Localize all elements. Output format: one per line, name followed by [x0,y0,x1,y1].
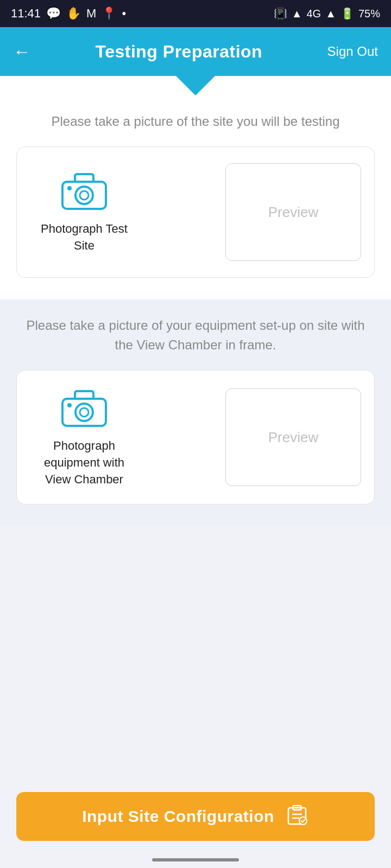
input-site-config-label: Input Site Configuration [82,807,274,826]
location-icon: 📍 [102,7,116,21]
section-photograph-equipment: Please take a picture of your equipment … [0,299,391,526]
clipboard-icon [285,802,309,831]
section-photograph-site: Please take a picture of the site you wi… [0,95,391,299]
preview-label-site: Preview [268,204,318,221]
mail-icon: M [86,7,96,21]
section2-instruction: Please take a picture of your equipment … [16,316,375,355]
photo-card-equipment: Photograph equipment with View Chamber P… [16,370,375,505]
chat-icon: 💬 [46,7,61,21]
svg-point-3 [67,186,72,190]
page-title: Testing Preparation [95,42,262,62]
vibrate-icon: 📳 [274,7,287,20]
preview-box-equipment: Preview [225,388,361,486]
wifi-icon: ▲ [292,8,302,20]
hand-icon: ✋ [66,7,81,21]
signal-label: 4G [306,8,321,20]
header-triangle [0,76,391,95]
battery-percent: 75% [358,8,380,20]
svg-point-1 [75,187,93,204]
svg-point-6 [80,408,89,417]
photo-card-site: Photograph Test Site Preview [16,146,375,278]
camera-icon-site [60,170,109,213]
svg-point-2 [80,191,89,200]
section1-instruction: Please take a picture of the site you wi… [16,112,375,131]
svg-point-5 [75,404,93,421]
input-site-config-button[interactable]: Input Site Configuration [16,792,375,841]
battery-icon: 🔋 [340,7,354,20]
preview-label-equipment: Preview [268,429,318,446]
status-time: 11:41 [11,7,41,21]
status-bar: 11:41 💬 ✋ M 📍 • 📳 ▲ 4G ▲ 🔋 75% [0,0,391,27]
photograph-site-button[interactable]: Photograph Test Site [30,170,138,254]
back-button[interactable]: ← [13,42,30,62]
signal-bars: ▲ [325,8,336,20]
signout-button[interactable]: Sign Out [327,44,378,59]
bottom-button-container: Input Site Configuration [0,792,391,841]
status-right: 📳 ▲ 4G ▲ 🔋 75% [274,7,380,20]
app-header: ← Testing Preparation Sign Out [0,27,391,76]
photograph-equipment-label: Photograph equipment with View Chamber [30,438,138,488]
preview-box-site: Preview [225,163,361,261]
photograph-site-label: Photograph Test Site [30,221,138,254]
camera-icon-equipment [60,387,109,430]
svg-point-7 [67,403,72,407]
status-left: 11:41 💬 ✋ M 📍 • [11,7,126,21]
photograph-equipment-button[interactable]: Photograph equipment with View Chamber [30,387,138,488]
content-spacer [0,526,391,689]
dot-icon: • [122,7,126,21]
home-indicator [152,858,239,861]
